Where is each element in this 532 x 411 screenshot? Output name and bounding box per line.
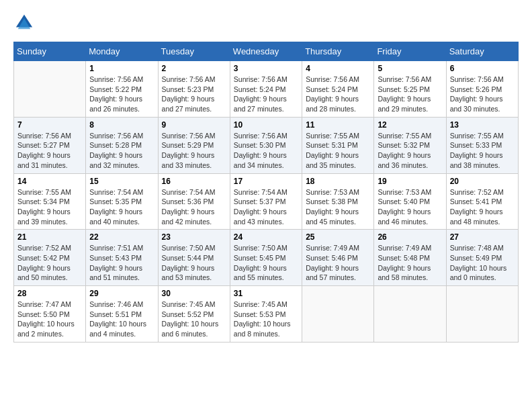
day-cell: 29Sunrise: 7:46 AMSunset: 5:51 PMDayligh… (86, 286, 158, 342)
week-row-1: 7Sunrise: 7:56 AMSunset: 5:27 PMDaylight… (14, 117, 519, 173)
day-number: 9 (162, 120, 226, 130)
day-info: Sunrise: 7:56 AMSunset: 5:29 PMDaylight:… (162, 131, 226, 171)
day-cell: 21Sunrise: 7:52 AMSunset: 5:42 PMDayligh… (14, 230, 86, 286)
day-cell: 8Sunrise: 7:56 AMSunset: 5:28 PMDaylight… (86, 117, 158, 173)
header (13, 13, 519, 35)
day-number: 24 (234, 232, 298, 242)
day-number: 26 (378, 232, 442, 242)
day-cell: 15Sunrise: 7:54 AMSunset: 5:35 PMDayligh… (86, 173, 158, 230)
week-row-2: 14Sunrise: 7:55 AMSunset: 5:34 PMDayligh… (14, 173, 519, 230)
day-number: 5 (378, 64, 442, 73)
day-cell: 11Sunrise: 7:55 AMSunset: 5:31 PMDayligh… (302, 117, 374, 173)
day-number: 18 (306, 177, 370, 186)
day-cell: 9Sunrise: 7:56 AMSunset: 5:29 PMDaylight… (158, 117, 230, 173)
page: SundayMondayTuesdayWednesdayThursdayFrid… (0, 0, 532, 349)
day-info: Sunrise: 7:52 AMSunset: 5:41 PMDaylight:… (450, 187, 515, 227)
header-row: SundayMondayTuesdayWednesdayThursdayFrid… (14, 42, 519, 61)
day-cell: 20Sunrise: 7:52 AMSunset: 5:41 PMDayligh… (446, 173, 518, 230)
column-header-thursday: Thursday (302, 42, 374, 61)
day-number: 20 (450, 177, 515, 186)
day-cell: 2Sunrise: 7:56 AMSunset: 5:23 PMDaylight… (158, 61, 230, 118)
column-header-wednesday: Wednesday (230, 42, 302, 61)
day-cell: 17Sunrise: 7:54 AMSunset: 5:37 PMDayligh… (230, 173, 302, 230)
day-cell (374, 286, 446, 342)
day-number: 22 (89, 232, 154, 242)
day-info: Sunrise: 7:49 AMSunset: 5:48 PMDaylight:… (378, 243, 442, 283)
day-cell (446, 286, 518, 342)
day-number: 21 (17, 232, 82, 242)
week-row-3: 21Sunrise: 7:52 AMSunset: 5:42 PMDayligh… (14, 230, 519, 286)
day-number: 16 (162, 177, 226, 186)
day-info: Sunrise: 7:56 AMSunset: 5:22 PMDaylight:… (89, 75, 154, 114)
week-row-0: 1Sunrise: 7:56 AMSunset: 5:22 PMDaylight… (14, 61, 519, 118)
day-info: Sunrise: 7:47 AMSunset: 5:50 PMDaylight:… (17, 300, 82, 339)
day-info: Sunrise: 7:55 AMSunset: 5:34 PMDaylight:… (17, 187, 82, 227)
day-info: Sunrise: 7:56 AMSunset: 5:23 PMDaylight:… (162, 75, 226, 114)
day-info: Sunrise: 7:50 AMSunset: 5:45 PMDaylight:… (234, 243, 298, 283)
day-info: Sunrise: 7:55 AMSunset: 5:31 PMDaylight:… (306, 131, 370, 171)
day-cell: 5Sunrise: 7:56 AMSunset: 5:25 PMDaylight… (374, 61, 446, 118)
column-header-monday: Monday (86, 42, 158, 61)
day-number: 25 (306, 232, 370, 242)
day-info: Sunrise: 7:55 AMSunset: 5:33 PMDaylight:… (450, 131, 515, 171)
day-cell: 12Sunrise: 7:55 AMSunset: 5:32 PMDayligh… (374, 117, 446, 173)
day-cell: 10Sunrise: 7:56 AMSunset: 5:30 PMDayligh… (230, 117, 302, 173)
day-number: 6 (450, 64, 515, 73)
day-cell: 24Sunrise: 7:50 AMSunset: 5:45 PMDayligh… (230, 230, 302, 286)
logo (13, 13, 34, 35)
day-number: 13 (450, 120, 515, 130)
day-cell: 3Sunrise: 7:56 AMSunset: 5:24 PMDaylight… (230, 61, 302, 118)
day-number: 8 (89, 120, 154, 130)
day-number: 3 (234, 64, 298, 73)
day-number: 30 (162, 289, 226, 298)
day-cell: 30Sunrise: 7:45 AMSunset: 5:52 PMDayligh… (158, 286, 230, 342)
day-number: 1 (89, 64, 154, 73)
day-cell (14, 61, 86, 118)
day-info: Sunrise: 7:46 AMSunset: 5:51 PMDaylight:… (89, 300, 154, 339)
day-number: 28 (17, 289, 82, 298)
day-info: Sunrise: 7:56 AMSunset: 5:24 PMDaylight:… (234, 75, 298, 114)
day-number: 29 (89, 289, 154, 298)
day-cell: 4Sunrise: 7:56 AMSunset: 5:24 PMDaylight… (302, 61, 374, 118)
day-number: 23 (162, 232, 226, 242)
column-header-tuesday: Tuesday (158, 42, 230, 61)
day-cell: 16Sunrise: 7:54 AMSunset: 5:36 PMDayligh… (158, 173, 230, 230)
day-info: Sunrise: 7:45 AMSunset: 5:53 PMDaylight:… (234, 300, 298, 339)
column-header-friday: Friday (374, 42, 446, 61)
day-cell: 31Sunrise: 7:45 AMSunset: 5:53 PMDayligh… (230, 286, 302, 342)
day-number: 31 (234, 289, 298, 298)
day-info: Sunrise: 7:45 AMSunset: 5:52 PMDaylight:… (162, 300, 226, 339)
day-info: Sunrise: 7:53 AMSunset: 5:38 PMDaylight:… (306, 187, 370, 227)
day-cell: 22Sunrise: 7:51 AMSunset: 5:43 PMDayligh… (86, 230, 158, 286)
day-cell: 19Sunrise: 7:53 AMSunset: 5:40 PMDayligh… (374, 173, 446, 230)
day-info: Sunrise: 7:56 AMSunset: 5:25 PMDaylight:… (378, 75, 442, 114)
day-number: 7 (17, 120, 82, 130)
day-number: 12 (378, 120, 442, 130)
day-info: Sunrise: 7:56 AMSunset: 5:30 PMDaylight:… (234, 131, 298, 171)
day-number: 17 (234, 177, 298, 186)
day-cell: 28Sunrise: 7:47 AMSunset: 5:50 PMDayligh… (14, 286, 86, 342)
day-info: Sunrise: 7:55 AMSunset: 5:32 PMDaylight:… (378, 131, 442, 171)
day-info: Sunrise: 7:50 AMSunset: 5:44 PMDaylight:… (162, 243, 226, 283)
day-number: 4 (306, 64, 370, 73)
day-cell: 14Sunrise: 7:55 AMSunset: 5:34 PMDayligh… (14, 173, 86, 230)
day-number: 15 (89, 177, 154, 186)
day-info: Sunrise: 7:54 AMSunset: 5:35 PMDaylight:… (89, 187, 154, 227)
day-info: Sunrise: 7:48 AMSunset: 5:49 PMDaylight:… (450, 243, 515, 283)
column-header-sunday: Sunday (14, 42, 86, 61)
calendar-table: SundayMondayTuesdayWednesdayThursdayFrid… (13, 42, 519, 342)
day-cell (302, 286, 374, 342)
day-info: Sunrise: 7:49 AMSunset: 5:46 PMDaylight:… (306, 243, 370, 283)
day-info: Sunrise: 7:56 AMSunset: 5:27 PMDaylight:… (17, 131, 82, 171)
day-number: 2 (162, 64, 226, 73)
day-cell: 25Sunrise: 7:49 AMSunset: 5:46 PMDayligh… (302, 230, 374, 286)
day-cell: 27Sunrise: 7:48 AMSunset: 5:49 PMDayligh… (446, 230, 518, 286)
day-info: Sunrise: 7:54 AMSunset: 5:37 PMDaylight:… (234, 187, 298, 227)
day-number: 11 (306, 120, 370, 130)
day-number: 19 (378, 177, 442, 186)
day-number: 14 (17, 177, 82, 186)
day-info: Sunrise: 7:56 AMSunset: 5:24 PMDaylight:… (306, 75, 370, 114)
day-cell: 1Sunrise: 7:56 AMSunset: 5:22 PMDaylight… (86, 61, 158, 118)
day-cell: 23Sunrise: 7:50 AMSunset: 5:44 PMDayligh… (158, 230, 230, 286)
day-cell: 26Sunrise: 7:49 AMSunset: 5:48 PMDayligh… (374, 230, 446, 286)
